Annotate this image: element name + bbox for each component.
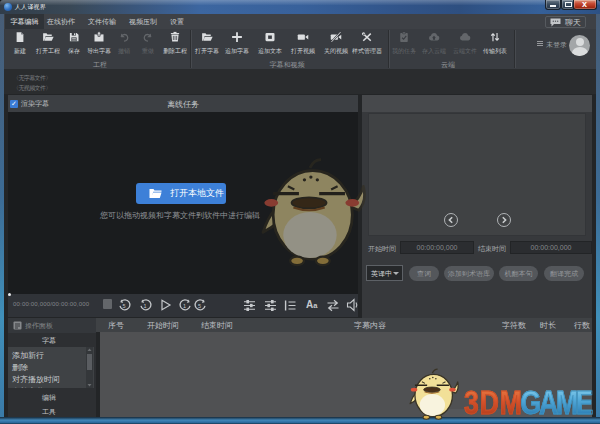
svg-text:1: 1 bbox=[144, 303, 147, 309]
svg-text:5: 5 bbox=[123, 303, 126, 309]
svg-text:5: 5 bbox=[198, 303, 201, 309]
svg-text:1: 1 bbox=[183, 303, 186, 309]
